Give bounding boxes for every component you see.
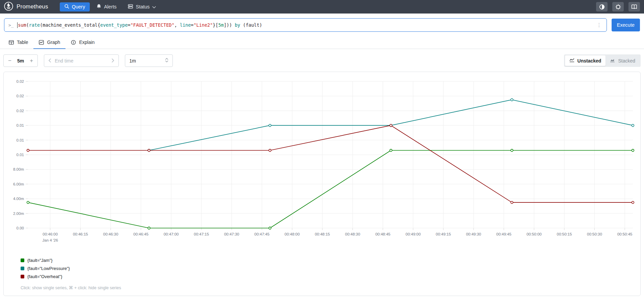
terminal-prompt-icon: >_	[8, 23, 14, 28]
svg-text:00:50:30: 00:50:30	[587, 232, 602, 236]
brand: Prometheus	[4, 2, 48, 12]
text-caret	[17, 22, 18, 28]
svg-text:0.01: 0.01	[17, 153, 24, 157]
graph-controls: − 5m + End time 1m Unstacked Stacke	[0, 49, 644, 72]
settings-button[interactable]	[612, 2, 624, 11]
execute-button[interactable]: Execute	[612, 19, 640, 31]
tab-label: Graph	[47, 40, 60, 45]
tab-label: Explain	[79, 40, 95, 45]
nav-item-query[interactable]: Query	[60, 2, 90, 11]
svg-text:00:49:30: 00:49:30	[466, 232, 481, 236]
svg-text:00:46:30: 00:46:30	[103, 232, 118, 236]
search-icon	[64, 4, 69, 10]
query-expression[interactable]: sum(rate(machine_events_total{event_type…	[17, 22, 593, 28]
end-time-picker[interactable]: End time	[44, 54, 119, 67]
range-increase-button[interactable]: +	[25, 57, 37, 64]
legend-swatch	[21, 267, 24, 270]
svg-text:8.00m: 8.00m	[13, 167, 24, 171]
svg-text:00:48:30: 00:48:30	[345, 232, 360, 236]
legend-label: {fault="Overheat"}	[27, 274, 62, 279]
svg-text:Jan 4 '26: Jan 4 '26	[43, 238, 58, 242]
svg-text:00:46:00: 00:46:00	[43, 232, 58, 236]
stacked-button[interactable]: Stacked	[606, 55, 640, 66]
chevron-left-icon[interactable]	[48, 58, 51, 64]
legend-label: {fault="LowPressure"}	[27, 266, 70, 271]
contrast-icon	[599, 4, 605, 10]
svg-text:00:50:00: 00:50:00	[527, 232, 542, 236]
stacking-toggle: Unstacked Stacked	[564, 54, 641, 67]
svg-text:0.01: 0.01	[17, 138, 24, 142]
resolution-select[interactable]: 1m	[125, 54, 173, 67]
info-icon	[71, 40, 76, 45]
docs-button[interactable]	[628, 2, 640, 11]
svg-text:0.02: 0.02	[17, 79, 24, 83]
svg-text:00:47:30: 00:47:30	[224, 232, 239, 236]
prometheus-logo-icon	[4, 2, 13, 12]
svg-text:00:48:45: 00:48:45	[375, 232, 391, 236]
svg-text:00:46:15: 00:46:15	[73, 232, 88, 236]
book-icon	[631, 4, 637, 9]
svg-text:00:49:15: 00:49:15	[436, 232, 451, 236]
legend-swatch	[21, 258, 24, 262]
legend-item[interactable]: {fault="LowPressure"}	[21, 266, 635, 271]
stacked-label: Stacked	[618, 58, 635, 64]
svg-text:00:46:45: 00:46:45	[133, 232, 149, 236]
unstacked-label: Unstacked	[578, 58, 601, 64]
range-decrease-button[interactable]: −	[4, 57, 16, 64]
area-chart-icon	[610, 58, 615, 64]
table-icon	[9, 40, 14, 45]
tab-graph[interactable]: Graph	[33, 36, 65, 49]
range-stepper: − 5m +	[3, 54, 38, 67]
nav-item-label: Alerts	[104, 4, 116, 9]
nav-item-status[interactable]: Status	[123, 2, 161, 11]
svg-text:00:50:45: 00:50:45	[617, 232, 633, 236]
legend-item[interactable]: {fault="Overheat"}	[21, 274, 635, 279]
svg-text:0.00: 0.00	[17, 226, 24, 230]
app-title: Prometheus	[17, 3, 48, 10]
svg-text:00:48:00: 00:48:00	[285, 232, 300, 236]
chevron-right-icon[interactable]	[111, 58, 114, 64]
line-chart-icon	[569, 58, 574, 64]
legend: {fault="Jam"}{fault="LowPressure"}{fault…	[21, 258, 635, 279]
nav-item-label: Query	[72, 4, 85, 9]
nav-item-label: Status	[136, 4, 150, 9]
tab-explain[interactable]: Explain	[65, 36, 100, 49]
graph-icon	[39, 40, 44, 45]
bell-icon	[97, 4, 101, 10]
legend-swatch	[21, 275, 24, 278]
query-menu-kebab-icon[interactable]: ⋮	[596, 22, 602, 28]
query-row: >_ sum(rate(machine_events_total{event_t…	[0, 14, 644, 35]
tab-table[interactable]: Table	[3, 36, 33, 49]
svg-text:4.00m: 4.00m	[13, 197, 24, 201]
svg-text:00:47:00: 00:47:00	[164, 232, 179, 236]
nav-item-alerts[interactable]: Alerts	[92, 2, 121, 11]
svg-text:00:47:15: 00:47:15	[194, 232, 209, 236]
svg-text:2.00m: 2.00m	[13, 212, 24, 216]
legend-hint: Click: show single series, ⌘ + click: hi…	[21, 285, 635, 290]
graph-canvas[interactable]: 0.020.020.020.010.010.018.00m6.00m4.00m2…	[9, 76, 635, 249]
svg-text:00:50:15: 00:50:15	[557, 232, 572, 236]
result-tabs: Table Graph Explain	[0, 36, 644, 49]
navbar: Prometheus Query Alerts Status	[0, 0, 644, 14]
resolution-value: 1m	[129, 58, 162, 64]
svg-text:6.00m: 6.00m	[13, 182, 24, 186]
svg-text:00:49:00: 00:49:00	[406, 232, 421, 236]
query-input[interactable]: >_ sum(rate(machine_events_total{event_t…	[4, 18, 607, 32]
svg-text:00:47:45: 00:47:45	[254, 232, 270, 236]
range-value[interactable]: 5m	[16, 58, 25, 64]
theme-toggle-button[interactable]	[596, 2, 608, 11]
svg-text:00:48:15: 00:48:15	[315, 232, 330, 236]
select-chevrons-icon	[165, 57, 168, 64]
unstacked-button[interactable]: Unstacked	[565, 55, 606, 66]
tab-label: Table	[17, 40, 28, 45]
svg-text:00:49:45: 00:49:45	[496, 232, 511, 236]
legend-item[interactable]: {fault="Jam"}	[21, 258, 635, 263]
gear-icon	[615, 4, 621, 10]
svg-text:0.02: 0.02	[17, 109, 24, 113]
end-time-placeholder[interactable]: End time	[55, 58, 108, 64]
svg-text:0.01: 0.01	[17, 123, 24, 127]
legend-label: {fault="Jam"}	[27, 258, 53, 263]
graph-panel: 0.020.020.020.010.010.018.00m6.00m4.00m2…	[3, 72, 641, 296]
svg-text:0.02: 0.02	[17, 94, 24, 98]
server-stack-icon	[128, 4, 133, 10]
